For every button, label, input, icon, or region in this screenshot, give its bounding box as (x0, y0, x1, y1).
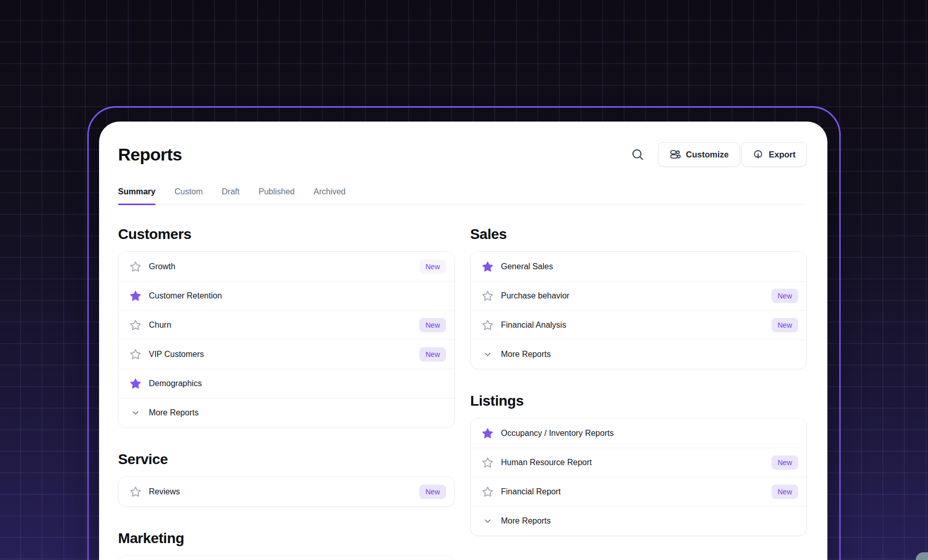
section-heading: Listings (470, 393, 807, 409)
report-row[interactable]: GrowthNew (119, 252, 454, 281)
report-row[interactable]: Financial AnalysisNew (471, 310, 806, 339)
page-title: Reports (118, 143, 182, 166)
tab-summary[interactable]: Summary (118, 187, 156, 204)
star-outline-icon[interactable] (129, 348, 142, 361)
export-button[interactable]: Export (741, 142, 807, 167)
report-list: Occupancy / Inventory ReportsHuman Resou… (470, 418, 807, 536)
report-label: More Reports (501, 350, 551, 359)
more-reports-row[interactable]: More Reports (471, 506, 806, 535)
new-badge: New (771, 289, 798, 303)
star-outline-icon[interactable] (481, 289, 494, 303)
report-row[interactable]: Purchase behaviorNew (471, 281, 806, 310)
section-heading: Service (118, 451, 455, 468)
section-marketing: MarketingAnalyticsNew (118, 530, 455, 560)
chevron-down-icon (481, 348, 494, 361)
star-outline-icon[interactable] (481, 318, 494, 332)
report-label: Growth (149, 262, 176, 271)
header-buttons: Customize Export (658, 142, 807, 167)
report-list: ReviewsNew (118, 476, 455, 507)
report-row[interactable]: Financial ReportNew (471, 477, 806, 506)
section-customers: CustomersGrowthNewCustomer RetentionChur… (118, 226, 455, 428)
section-heading: Customers (118, 226, 455, 243)
star-filled-icon[interactable] (481, 427, 494, 440)
report-label: More Reports (501, 516, 551, 526)
star-outline-icon[interactable] (129, 260, 142, 273)
report-label: Churn (149, 321, 171, 330)
customize-button[interactable]: Customize (658, 142, 740, 167)
report-label: Financial Analysis (501, 321, 566, 330)
star-filled-icon[interactable] (129, 377, 142, 390)
report-row[interactable]: Demographics (119, 369, 454, 398)
star-outline-icon[interactable] (481, 485, 494, 498)
tab-draft[interactable]: Draft (222, 187, 240, 204)
export-label: Export (769, 150, 796, 159)
reports-card: Reports (99, 122, 827, 560)
report-row[interactable]: VIP CustomersNew (119, 339, 454, 369)
tab-published[interactable]: Published (259, 187, 295, 204)
new-badge: New (419, 485, 446, 499)
report-row[interactable]: Human Resource ReportNew (471, 448, 806, 477)
section-service: ServiceReviewsNew (118, 451, 455, 507)
report-label: Purchase behavior (501, 291, 569, 301)
chevron-down-icon (481, 514, 494, 528)
section-sales: SalesGeneral SalesPurchase behaviorNewFi… (470, 226, 807, 369)
section-heading: Sales (470, 226, 807, 243)
star-outline-icon[interactable] (129, 318, 142, 332)
report-list: General SalesPurchase behaviorNewFinanci… (470, 251, 807, 369)
header-actions: Customize Export (630, 142, 807, 167)
report-label: More Reports (149, 408, 199, 417)
search-icon (631, 148, 644, 161)
report-label: Reviews (149, 487, 180, 496)
report-label: Financial Report (501, 487, 561, 496)
new-badge: New (771, 318, 798, 332)
new-badge: New (419, 259, 446, 274)
left-column: CustomersGrowthNewCustomer RetentionChur… (118, 226, 455, 560)
report-label: Demographics (149, 379, 202, 388)
new-badge: New (419, 318, 446, 332)
chevron-down-icon (129, 406, 142, 419)
section-heading: Marketing (118, 530, 455, 547)
report-row[interactable]: ReviewsNew (119, 477, 454, 506)
star-outline-icon[interactable] (481, 456, 494, 469)
star-filled-icon[interactable] (481, 260, 494, 273)
report-label: VIP Customers (149, 350, 204, 359)
right-column: SalesGeneral SalesPurchase behaviorNewFi… (470, 226, 807, 560)
report-label: Occupancy / Inventory Reports (501, 429, 614, 438)
report-row[interactable]: Occupancy / Inventory Reports (471, 418, 806, 448)
section-listings: ListingsOccupancy / Inventory ReportsHum… (470, 393, 807, 536)
new-badge: New (771, 455, 798, 470)
report-row[interactable]: AnalyticsNew (119, 556, 454, 560)
report-label: General Sales (501, 262, 553, 271)
report-list: GrowthNewCustomer RetentionChurnNewVIP C… (118, 251, 455, 428)
new-badge: New (419, 347, 446, 362)
tab-custom[interactable]: Custom (175, 187, 203, 204)
customize-label: Customize (686, 150, 728, 159)
star-outline-icon[interactable] (129, 485, 142, 498)
report-row[interactable]: Customer Retention (119, 281, 454, 310)
tabs-bar: SummaryCustomDraftPublishedArchived (118, 187, 807, 205)
more-reports-row[interactable]: More Reports (119, 398, 454, 427)
report-label: Customer Retention (149, 291, 222, 301)
report-sections: CustomersGrowthNewCustomer RetentionChur… (118, 226, 807, 560)
report-row[interactable]: ChurnNew (119, 310, 454, 339)
cloud-download-icon (752, 149, 764, 160)
card-header: Reports (118, 122, 807, 167)
report-row[interactable]: General Sales (471, 252, 806, 281)
star-filled-icon[interactable] (129, 289, 142, 303)
search-button[interactable] (630, 147, 645, 162)
sliders-icon (669, 149, 681, 160)
report-list: AnalyticsNew (118, 555, 455, 560)
new-badge: New (771, 485, 798, 499)
more-reports-row[interactable]: More Reports (471, 339, 806, 369)
tab-archived[interactable]: Archived (314, 187, 345, 204)
report-label: Human Resource Report (501, 458, 592, 467)
